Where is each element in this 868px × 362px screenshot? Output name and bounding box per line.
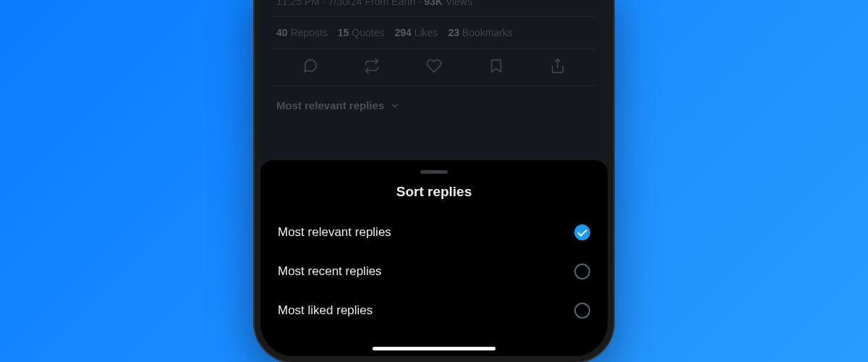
- meta-views-label: Views: [446, 0, 472, 7]
- like-icon[interactable]: [426, 58, 442, 77]
- phone-frame: 11:25 PM · 7/30/24 From Earth · 93K View…: [255, 0, 613, 362]
- stat-bookmarks[interactable]: 23 Bookmarks: [448, 27, 513, 38]
- home-indicator[interactable]: [373, 347, 495, 350]
- meta-time: 11:25 PM: [276, 0, 320, 7]
- share-icon[interactable]: [550, 58, 566, 77]
- repost-icon[interactable]: [364, 58, 380, 77]
- sort-option-liked[interactable]: Most liked replies: [273, 291, 595, 330]
- meta-source: From Earth: [365, 0, 416, 7]
- screen: 11:25 PM · 7/30/24 From Earth · 93K View…: [260, 0, 608, 356]
- sort-trigger[interactable]: Most relevant replies: [272, 86, 596, 125]
- sort-option-recent[interactable]: Most recent replies: [273, 252, 595, 291]
- dimmed-background: 11:25 PM · 7/30/24 From Earth · 93K View…: [260, 0, 608, 125]
- sort-option-label: Most relevant replies: [278, 225, 391, 240]
- sort-option-label: Most liked replies: [278, 303, 373, 318]
- sheet-title: Sort replies: [273, 184, 595, 200]
- tweet-stats: 40 Reposts 15 Quotes 294 Likes 23 Bookma…: [272, 16, 596, 49]
- tweet-meta: 11:25 PM · 7/30/24 From Earth · 93K View…: [272, 0, 596, 16]
- chevron-down-icon: [390, 101, 400, 111]
- meta-views-count: 93K: [424, 0, 443, 7]
- tweet-actions: [272, 49, 596, 86]
- bookmark-icon[interactable]: [488, 58, 504, 77]
- meta-date: 7/30/24: [328, 0, 362, 7]
- radio-unselected-icon: [574, 303, 590, 319]
- sort-trigger-label: Most relevant replies: [276, 99, 384, 111]
- reply-icon[interactable]: [302, 58, 318, 77]
- sheet-grabber[interactable]: [420, 170, 448, 174]
- sort-replies-sheet: Sort replies Most relevant replies Most …: [260, 160, 608, 356]
- stat-reposts[interactable]: 40 Reposts: [276, 27, 328, 38]
- radio-unselected-icon: [574, 264, 590, 279]
- stat-likes[interactable]: 294 Likes: [394, 27, 438, 38]
- sort-option-relevant[interactable]: Most relevant replies: [273, 213, 595, 252]
- radio-selected-icon: [574, 224, 590, 240]
- stat-quotes[interactable]: 15 Quotes: [338, 27, 385, 38]
- sort-option-label: Most recent replies: [278, 264, 382, 279]
